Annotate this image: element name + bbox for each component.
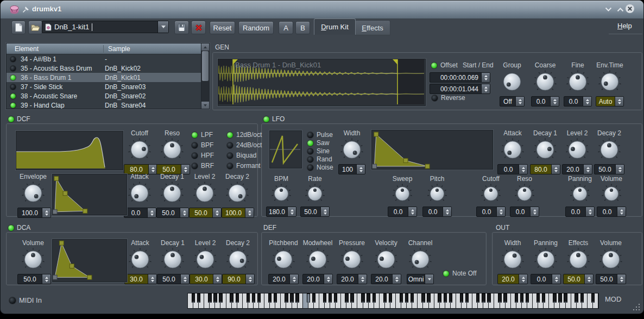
help-link[interactable]: Help	[617, 22, 632, 30]
lfo-sweep-spin-arrows[interactable]	[408, 207, 416, 216]
lfo-volume-spinbox[interactable]: 0.0	[597, 207, 626, 217]
out-width-spinbox[interactable]: 20.0	[497, 274, 528, 284]
random-button[interactable]: Random	[238, 21, 274, 34]
lfo-decay-2-spinbox[interactable]: 50.0	[594, 164, 624, 174]
dcf-envelope-spin-arrows[interactable]	[42, 208, 50, 217]
key-black-85[interactable]	[460, 293, 463, 303]
key-black-34[interactable]	[295, 293, 299, 303]
key-black-87[interactable]	[465, 293, 469, 303]
dca-decay-2-knob[interactable]	[222, 247, 254, 273]
lfo-width-spin-arrows[interactable]	[356, 165, 365, 174]
dcf-brf-radio[interactable]: BRF	[192, 162, 214, 170]
preset-combobox[interactable]: DnB_1-kit1	[42, 21, 169, 33]
key-black-6[interactable]	[208, 293, 211, 303]
lfo-sine-radio[interactable]: Sine	[307, 147, 330, 155]
out-width-spin-arrows[interactable]	[519, 274, 527, 284]
lfo-volume-spin-arrows[interactable]	[617, 207, 626, 216]
key-black-49[interactable]	[345, 293, 348, 303]
gen-group-knob[interactable]	[496, 69, 528, 96]
key-black-13[interactable]	[230, 293, 233, 303]
def-velocity-spin-arrows[interactable]	[392, 274, 401, 284]
preset-a-button[interactable]: A	[279, 21, 293, 34]
key-black-121[interactable]	[574, 293, 578, 303]
def-modwheel-spin-arrows[interactable]	[324, 274, 332, 284]
titlebar[interactable]: drumkv1	[1, 1, 643, 19]
dcf-12db-oct-radio[interactable]: 12dB/oct	[227, 131, 262, 139]
key-black-75[interactable]	[427, 293, 430, 303]
preset-dropdown-arrow[interactable]	[157, 21, 168, 33]
key-black-18[interactable]	[247, 293, 250, 303]
preset-b-button[interactable]: B	[295, 21, 310, 34]
close-button[interactable]	[625, 4, 635, 13]
dca-volume-knob[interactable]	[17, 247, 49, 273]
gen-end-spin-arrows[interactable]	[481, 84, 490, 93]
lfo-reso-spin-arrows[interactable]	[530, 207, 539, 216]
dca-volume-spinbox[interactable]: 50.0	[17, 274, 51, 284]
lfo-envelope-display[interactable]	[371, 130, 493, 170]
element-list-scrollbar[interactable]	[201, 43, 209, 109]
dcf-enable-led[interactable]	[8, 116, 14, 122]
key-black-106[interactable]	[526, 293, 529, 303]
column-element[interactable]: Element	[7, 45, 104, 53]
dcf-envelope-display[interactable]	[52, 174, 127, 215]
dca-level-2-spin-arrows[interactable]	[213, 274, 222, 284]
lfo-level-2-spin-arrows[interactable]	[583, 165, 592, 174]
def-channel-select[interactable]: Omni	[407, 274, 434, 284]
gen-fine-knob[interactable]	[562, 69, 594, 96]
def-velocity-knob[interactable]	[370, 247, 402, 273]
out-volume-spin-arrows[interactable]	[617, 274, 626, 284]
key-black-116[interactable]	[558, 293, 561, 303]
reset-button[interactable]: Reset	[210, 21, 235, 34]
maximize-button[interactable]	[615, 5, 625, 14]
element-row[interactable]: 37 - Side StickDnB_Snare03	[7, 82, 209, 91]
dcf-decay-1-knob[interactable]	[156, 180, 188, 207]
out-effects-spinbox[interactable]: 50.0	[563, 274, 594, 284]
lfo-pitch-spinbox[interactable]: 0.0	[422, 207, 452, 217]
lfo-decay-1-spin-arrows[interactable]	[551, 165, 560, 174]
out-effects-spin-arrows[interactable]	[584, 274, 593, 284]
dcf-envelope-spinbox[interactable]: 100.0	[17, 208, 51, 218]
open-preset-button[interactable]	[28, 21, 42, 34]
dcf-filter-display[interactable]	[16, 131, 123, 170]
key-black-102[interactable]	[515, 293, 518, 303]
dca-decay-1-knob[interactable]	[157, 247, 188, 273]
lfo-bpm-spin-arrows[interactable]	[287, 207, 296, 216]
out-width-knob[interactable]	[497, 247, 528, 273]
out-panning-knob[interactable]	[530, 247, 561, 273]
out-volume-spinbox[interactable]: 50.0	[596, 274, 626, 284]
lfo-panning-spinbox[interactable]: 0.0	[565, 207, 595, 217]
dca-volume-spin-arrows[interactable]	[42, 274, 50, 284]
key-black-68[interactable]	[405, 293, 408, 303]
gen-offset-toggle[interactable]: Offset	[431, 61, 458, 69]
gen-coarse-spin-arrows[interactable]	[550, 97, 559, 106]
dca-section-title[interactable]: DCA	[8, 224, 30, 232]
def-pitchbend-spinbox[interactable]: 20.0	[268, 274, 299, 284]
key-black-99[interactable]	[503, 293, 507, 303]
lfo-panning-knob[interactable]	[564, 183, 596, 206]
dcf-decay-1-spin-arrows[interactable]	[180, 208, 188, 217]
key-black-104[interactable]	[520, 293, 523, 303]
def-pitchbend-spin-arrows[interactable]	[289, 274, 298, 284]
dcf-attack-knob[interactable]	[124, 180, 155, 207]
dca-attack-spin-arrows[interactable]	[148, 274, 156, 284]
lfo-reso-spinbox[interactable]: 0.0	[510, 207, 539, 217]
dca-attack-spinbox[interactable]: 30.0	[124, 274, 157, 284]
dcf-decay-2-spinbox[interactable]: 100.0	[222, 208, 254, 218]
key-black-37[interactable]	[307, 293, 310, 303]
gen-group-spinbox[interactable]: Off	[500, 96, 525, 107]
out-volume-knob[interactable]	[595, 247, 627, 273]
element-row[interactable]: 36 - Bass Drum 1DnB_Kick01	[7, 73, 209, 82]
lfo-section-title[interactable]: LFO	[263, 115, 285, 123]
dcf-attack-spin-arrows[interactable]	[147, 208, 156, 217]
element-list[interactable]: Element Sample 34 - A#/Bb 1-35 - Acousti…	[6, 43, 210, 109]
key-black-25[interactable]	[268, 293, 272, 303]
new-preset-button[interactable]	[11, 21, 26, 34]
gen-group-spin-arrows[interactable]	[515, 97, 524, 106]
dca-level-2-knob[interactable]	[190, 247, 221, 273]
dcf-cutoff-knob[interactable]	[124, 137, 155, 164]
gen-fine-spin-arrows[interactable]	[583, 97, 591, 106]
lfo-rand-radio[interactable]: Rand	[307, 155, 332, 163]
keyboard[interactable]	[187, 293, 599, 309]
element-row[interactable]: 35 - Acoustic Bass DrumDnB_Kick02	[7, 64, 209, 73]
key-black-97[interactable]	[498, 293, 501, 303]
